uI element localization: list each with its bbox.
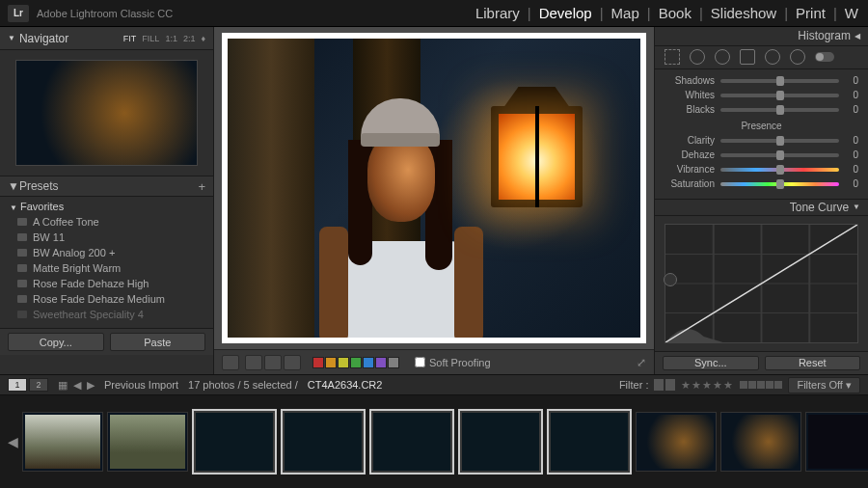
saturation-slider[interactable] — [720, 182, 839, 186]
module-web[interactable]: W — [843, 5, 860, 21]
back-icon[interactable]: ◀ — [73, 379, 81, 392]
tone-curve-graph[interactable] — [665, 224, 858, 343]
presets-header[interactable]: ▼ Presets + — [0, 176, 213, 197]
reset-button[interactable]: Reset — [765, 356, 861, 370]
soft-proofing-toggle[interactable]: Soft Proofing — [415, 357, 491, 368]
tone-curve-header[interactable]: Tone Curve ▼ — [655, 200, 868, 215]
redeye-tool-icon[interactable] — [715, 49, 730, 65]
module-slideshow[interactable]: Slideshow — [709, 5, 778, 21]
shadows-value: 0 — [845, 75, 858, 86]
vibrance-slider[interactable] — [720, 168, 839, 172]
adjustment-brush-icon[interactable] — [790, 49, 805, 65]
preset-item[interactable]: Matte Bright Warm — [10, 260, 203, 276]
label-filter-purple[interactable] — [774, 381, 782, 389]
swatch-orange[interactable] — [325, 357, 337, 368]
zoom-menu-icon[interactable]: ♦ — [201, 34, 205, 43]
grid-view-icon[interactable]: ▦ — [58, 379, 68, 392]
blacks-value: 0 — [845, 104, 858, 115]
right-panel: Histogram ◀ Shadows0 Whites0 Blacks0 Pre… — [654, 27, 868, 374]
module-print[interactable]: Print — [794, 5, 827, 21]
flag-pick-icon[interactable] — [654, 379, 664, 391]
histogram-header[interactable]: Histogram ◀ — [655, 27, 868, 46]
zoom-fit[interactable]: FIT — [123, 34, 137, 43]
dehaze-slider[interactable] — [720, 153, 839, 157]
filmstrip-thumb[interactable] — [22, 412, 103, 472]
zoom-1to1[interactable]: 1:1 — [165, 34, 177, 43]
swatch-green[interactable] — [350, 357, 362, 368]
label-filter-yellow[interactable] — [748, 381, 756, 389]
forward-icon[interactable]: ▶ — [87, 379, 95, 392]
preset-item[interactable]: Rose Fade Dehaze High — [10, 276, 203, 291]
swatch-gray[interactable] — [388, 357, 399, 368]
preset-item[interactable]: Sweetheart Speciality 4 — [10, 307, 203, 322]
filmstrip-thumb[interactable] — [547, 409, 632, 474]
preset-item[interactable]: BW 11 — [10, 230, 203, 245]
whites-slider[interactable] — [720, 94, 839, 97]
label-filter-red[interactable] — [740, 381, 747, 389]
flag-reject-icon[interactable] — [665, 379, 675, 391]
develop-toolbar: Soft Proofing ⤢ — [214, 349, 654, 374]
label-filter-green[interactable] — [757, 381, 765, 389]
clarity-slider[interactable] — [720, 139, 839, 143]
copy-button[interactable]: Copy... — [8, 333, 104, 351]
rating-filter[interactable]: ★★★★★ — [681, 379, 734, 392]
whites-label: Whites — [665, 90, 715, 100]
zoom-2to1[interactable]: 2:1 — [183, 34, 196, 43]
filmstrip[interactable]: ◀ ▶ — [0, 395, 868, 488]
preset-item[interactable]: Rose Fade Dehaze Medium — [10, 291, 203, 307]
fullscreen-icon[interactable]: ⤢ — [637, 356, 646, 369]
panel-switch-icon[interactable] — [815, 52, 834, 62]
module-book[interactable]: Book — [657, 5, 693, 21]
photo-preview — [228, 39, 640, 338]
swatch-blue[interactable] — [363, 357, 374, 368]
filmstrip-thumb[interactable] — [192, 409, 277, 474]
module-library[interactable]: Library — [474, 5, 522, 21]
loupe-view-button[interactable] — [222, 355, 239, 370]
navigator-thumbnail[interactable] — [15, 60, 198, 166]
module-develop[interactable]: Develop — [537, 5, 594, 21]
filmstrip-thumb[interactable] — [369, 409, 454, 474]
display-1-tab[interactable]: 1 — [8, 378, 27, 392]
display-2-tab[interactable]: 2 — [29, 378, 48, 392]
targeted-adjust-icon[interactable] — [664, 273, 677, 286]
swatch-red[interactable] — [312, 357, 324, 368]
clarity-value: 0 — [845, 135, 858, 146]
left-panel-buttons: Copy... Paste — [0, 328, 213, 355]
add-preset-icon[interactable]: + — [198, 179, 205, 194]
soft-proofing-checkbox[interactable] — [415, 357, 425, 367]
preset-item[interactable]: BW Analog 200 + — [10, 245, 203, 260]
before-after-lr-button[interactable] — [245, 355, 262, 370]
shadows-label: Shadows — [665, 75, 715, 86]
filmstrip-thumb[interactable] — [107, 412, 188, 472]
before-after-split-button[interactable] — [284, 355, 301, 370]
spot-removal-icon[interactable] — [690, 49, 705, 65]
zoom-fill[interactable]: FILL — [142, 34, 159, 43]
shadows-slider[interactable] — [720, 79, 839, 83]
center-panel: Soft Proofing ⤢ — [214, 27, 654, 374]
crop-tool-icon[interactable] — [665, 49, 680, 65]
filmstrip-thumb[interactable] — [720, 412, 801, 472]
before-after-tb-button[interactable] — [264, 355, 282, 370]
sync-button[interactable]: Sync... — [663, 356, 759, 370]
module-map[interactable]: Map — [610, 5, 641, 21]
image-canvas[interactable] — [214, 27, 654, 349]
label-filter-blue[interactable] — [766, 381, 773, 389]
filters-off-dropdown[interactable]: Filters Off ▾ — [788, 377, 860, 393]
navigator-header[interactable]: ▼ Navigator FIT FILL 1:1 2:1 ♦ — [0, 27, 213, 50]
paste-button[interactable]: Paste — [110, 333, 206, 351]
filmstrip-thumb[interactable] — [636, 412, 717, 472]
preset-group-favorites[interactable]: ▼ Favorites — [0, 197, 213, 214]
filmstrip-thumb[interactable] — [458, 409, 543, 474]
source-label[interactable]: Previous Import — [104, 379, 178, 391]
blacks-slider[interactable] — [720, 108, 839, 112]
disclosure-triangle-icon: ▼ — [8, 34, 15, 42]
swatch-yellow[interactable] — [338, 357, 349, 368]
preset-item[interactable]: A Coffee Tone — [10, 214, 203, 230]
filmstrip-left-arrow[interactable]: ◀ — [8, 434, 18, 449]
radial-filter-icon[interactable] — [765, 49, 780, 65]
filmstrip-thumb[interactable] — [805, 412, 868, 472]
local-adjustment-tools — [655, 46, 868, 70]
filmstrip-thumb[interactable] — [281, 409, 366, 474]
graduated-filter-icon[interactable] — [740, 49, 755, 65]
swatch-purple[interactable] — [375, 357, 387, 368]
